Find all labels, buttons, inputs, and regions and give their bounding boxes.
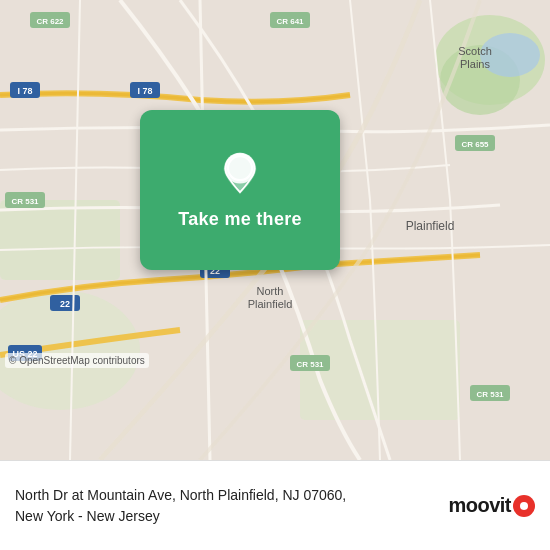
address-line2: New York - New Jersey [15, 506, 438, 527]
svg-text:I 78: I 78 [137, 86, 152, 96]
svg-text:CR 531: CR 531 [296, 360, 324, 369]
svg-text:CR 531: CR 531 [476, 390, 504, 399]
bottom-bar: North Dr at Mountain Ave, North Plainfie… [0, 460, 550, 550]
svg-text:North: North [257, 285, 284, 297]
moovit-text: moovit [448, 494, 511, 517]
svg-text:I 78: I 78 [17, 86, 32, 96]
destination-card: Take me there [140, 110, 340, 270]
moovit-logo: moovit [448, 494, 535, 517]
svg-rect-3 [0, 200, 120, 280]
address-section: North Dr at Mountain Ave, North Plainfie… [15, 485, 438, 527]
moovit-dot-inner [520, 502, 528, 510]
moovit-dot-icon [513, 495, 535, 517]
svg-text:22: 22 [60, 299, 70, 309]
map-attribution: © OpenStreetMap contributors [5, 353, 149, 368]
svg-text:Scotch: Scotch [458, 45, 492, 57]
address-line1: North Dr at Mountain Ave, North Plainfie… [15, 485, 438, 506]
svg-text:CR 655: CR 655 [461, 140, 489, 149]
map-container: I 78 I 78 22 22 US 22 CR 531 [0, 0, 550, 460]
location-pin-icon [216, 151, 264, 199]
svg-text:Plainfield: Plainfield [248, 298, 293, 310]
svg-text:CR 641: CR 641 [276, 17, 304, 26]
svg-text:CR 622: CR 622 [36, 17, 64, 26]
svg-text:CR 531: CR 531 [11, 197, 39, 206]
svg-text:Plains: Plains [460, 58, 490, 70]
take-me-there-button[interactable]: Take me there [178, 209, 302, 230]
svg-text:Plainfield: Plainfield [406, 219, 455, 233]
